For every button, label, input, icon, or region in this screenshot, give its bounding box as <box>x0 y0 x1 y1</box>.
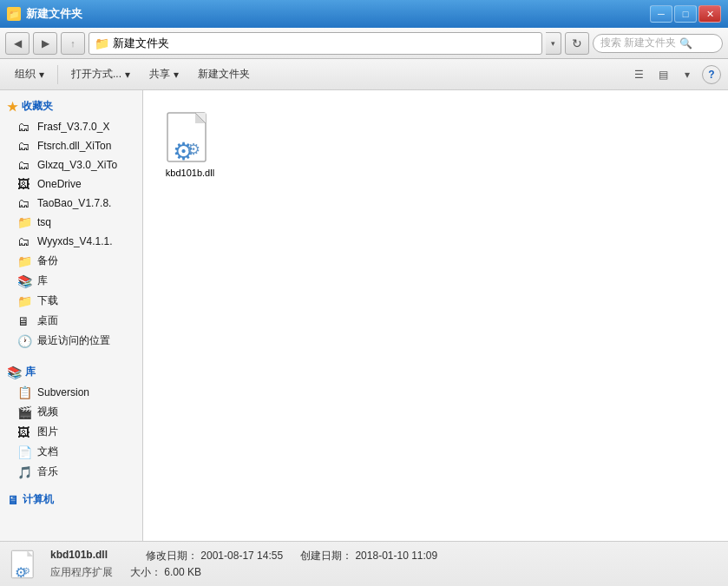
address-dropdown-button[interactable]: ▾ <box>546 32 561 55</box>
cloud-icon: 🖼 <box>17 177 33 191</box>
dll-file-icon: ⚙ ⚙ <box>166 109 214 165</box>
view-buttons: ☰ ▤ ▾ <box>627 65 698 84</box>
svg-text:⚙: ⚙ <box>187 141 200 158</box>
folder-striped-icon: 🗂 <box>17 196 33 210</box>
folder-striped-icon: 🗂 <box>17 234 33 248</box>
sidebar-item-label: Frasf_V3.7.0_X <box>37 121 109 133</box>
new-folder-button[interactable]: 新建文件夹 <box>190 63 258 85</box>
open-button[interactable]: 打开方式... ▾ <box>63 63 138 85</box>
refresh-button[interactable]: ↻ <box>565 32 589 55</box>
sidebar-item-label: 桌面 <box>37 313 58 328</box>
sidebar-item-wyyxds[interactable]: 🗂 Wyyxds_V4.1.1. <box>0 232 142 251</box>
sidebar-item-glxzq[interactable]: 🗂 Glxzq_V3.0_XiTo <box>0 155 142 174</box>
subversion-icon: 📋 <box>17 385 33 399</box>
status-row-1: kbd101b.dll 修改日期： 2001-08-17 14:55 创建日期：… <box>50 549 719 563</box>
computer-icon: 🖥 <box>7 493 19 507</box>
search-container[interactable]: 搜索 新建文件夹 🔍 <box>593 34 723 53</box>
file-item-kbd101b[interactable]: ⚙ ⚙ kbd101b.dll <box>155 102 225 185</box>
refresh-icon: ↻ <box>572 36 582 50</box>
sidebar-item-ftsrch[interactable]: 🗂 Ftsrch.dll_XiTon <box>0 136 142 155</box>
status-size-value: 6.00 KB <box>164 566 201 578</box>
status-modified-label: 修改日期： 2001-08-17 14:55 <box>146 549 283 563</box>
sidebar-divider-1 <box>0 351 142 358</box>
open-label: 打开方式... <box>71 67 121 82</box>
status-file-icon: ⚙ ⚙ <box>9 549 40 580</box>
sidebar-item-documents[interactable]: 📄 文档 <box>0 442 142 462</box>
share-button[interactable]: 共享 ▾ <box>141 63 187 85</box>
status-type: 应用程序扩展 <box>50 565 113 580</box>
address-path-container[interactable]: 📁 新建文件夹 <box>89 32 542 55</box>
sidebar-item-videos[interactable]: 🎬 视频 <box>0 402 142 422</box>
search-icon[interactable]: 🔍 <box>679 37 692 49</box>
sidebar: ★ 收藏夹 🗂 Frasf_V3.7.0_X 🗂 Ftsrch.dll_XiTo… <box>0 90 143 541</box>
folder-striped-icon: 🗂 <box>17 120 33 134</box>
folder-striped-icon: 🗂 <box>17 139 33 153</box>
sidebar-item-label: Ftsrch.dll_XiTon <box>37 140 111 152</box>
help-label: ? <box>708 69 714 81</box>
toolbar-separator-1 <box>57 65 58 84</box>
sidebar-item-music[interactable]: 🎵 音乐 <box>0 462 142 482</box>
sidebar-item-label: 文档 <box>37 444 58 459</box>
organize-button[interactable]: 组织 ▾ <box>7 63 52 85</box>
download-icon: 📁 <box>17 294 33 308</box>
sidebar-item-label: 音乐 <box>37 464 58 479</box>
minimize-button[interactable]: ─ <box>650 5 672 23</box>
pictures-icon: 🖼 <box>17 425 33 439</box>
status-dll-icon: ⚙ ⚙ <box>10 549 38 580</box>
back-button[interactable]: ◀ <box>5 32 30 55</box>
library-label: 库 <box>25 365 36 379</box>
window-title: 新建文件夹 <box>26 6 82 22</box>
computer-label: 计算机 <box>23 492 54 507</box>
sidebar-item-pictures[interactable]: 🖼 图片 <box>0 422 142 442</box>
status-filename: kbd101b.dll <box>50 549 128 563</box>
file-name: kbd101b.dll <box>166 168 214 178</box>
sidebar-item-subversion[interactable]: 📋 Subversion <box>0 383 142 402</box>
desktop-icon: 🖥 <box>17 314 33 328</box>
sidebar-item-library[interactable]: 📚 库 <box>0 271 142 291</box>
sidebar-item-desktop[interactable]: 🖥 桌面 <box>0 311 142 331</box>
restore-button[interactable]: □ <box>674 5 697 23</box>
sidebar-item-tsq[interactable]: 📁 tsq <box>0 213 142 232</box>
view-dropdown-button[interactable]: ▾ <box>676 65 698 84</box>
back-icon: ◀ <box>14 37 22 49</box>
organize-label: 组织 <box>15 67 36 82</box>
star-icon: ★ <box>7 100 18 114</box>
sidebar-item-downloads[interactable]: 📁 下载 <box>0 291 142 311</box>
computer-header[interactable]: 🖥 计算机 <box>0 489 142 510</box>
svg-text:⚙: ⚙ <box>23 566 30 576</box>
status-bar: ⚙ ⚙ kbd101b.dll 修改日期： 2001-08-17 14:55 创… <box>0 541 728 586</box>
library-header[interactable]: 📚 库 <box>0 361 142 383</box>
forward-icon: ▶ <box>42 37 49 49</box>
view-list-button[interactable]: ☰ <box>627 65 650 84</box>
sidebar-item-backup[interactable]: 📁 备份 <box>0 251 142 271</box>
share-label: 共享 <box>149 67 170 82</box>
title-bar: 📁 新建文件夹 ─ □ ✕ <box>0 0 728 28</box>
status-info: kbd101b.dll 修改日期： 2001-08-17 14:55 创建日期：… <box>50 549 719 580</box>
status-created-value: 2018-01-10 11:09 <box>355 550 437 562</box>
sidebar-item-frasf[interactable]: 🗂 Frasf_V3.7.0_X <box>0 117 142 136</box>
sidebar-item-taobao[interactable]: 🗂 TaoBao_V1.7.8. <box>0 194 142 213</box>
sidebar-item-label: Subversion <box>37 386 89 398</box>
sidebar-item-label: 库 <box>37 273 48 288</box>
forward-button[interactable]: ▶ <box>33 32 57 55</box>
sidebar-item-label: Glxzq_V3.0_XiTo <box>37 159 117 171</box>
close-button[interactable]: ✕ <box>698 5 721 23</box>
title-bar-controls: ─ □ ✕ <box>650 5 721 23</box>
favorites-header[interactable]: ★ 收藏夹 <box>0 95 142 117</box>
view-details-button[interactable]: ▤ <box>652 65 674 84</box>
open-arrow-icon: ▾ <box>125 69 130 81</box>
content-area: ⚙ ⚙ kbd101b.dll <box>143 90 728 541</box>
folder-striped-icon: 🗂 <box>17 158 33 172</box>
address-path: 新建文件夹 <box>113 36 169 51</box>
favorites-label: 收藏夹 <box>22 99 53 114</box>
sidebar-item-recent[interactable]: 🕐 最近访问的位置 <box>0 331 142 351</box>
sidebar-item-label: 视频 <box>37 405 58 419</box>
sidebar-item-onedrive[interactable]: 🖼 OneDrive <box>0 174 142 194</box>
sidebar-item-label: TaoBao_V1.7.8. <box>37 197 111 209</box>
dropdown-icon: ▾ <box>551 39 555 48</box>
up-button[interactable]: ↑ <box>61 32 85 55</box>
recent-icon: 🕐 <box>17 334 33 348</box>
help-button[interactable]: ? <box>702 65 721 84</box>
video-icon: 🎬 <box>17 405 33 419</box>
documents-icon: 📄 <box>17 445 33 459</box>
